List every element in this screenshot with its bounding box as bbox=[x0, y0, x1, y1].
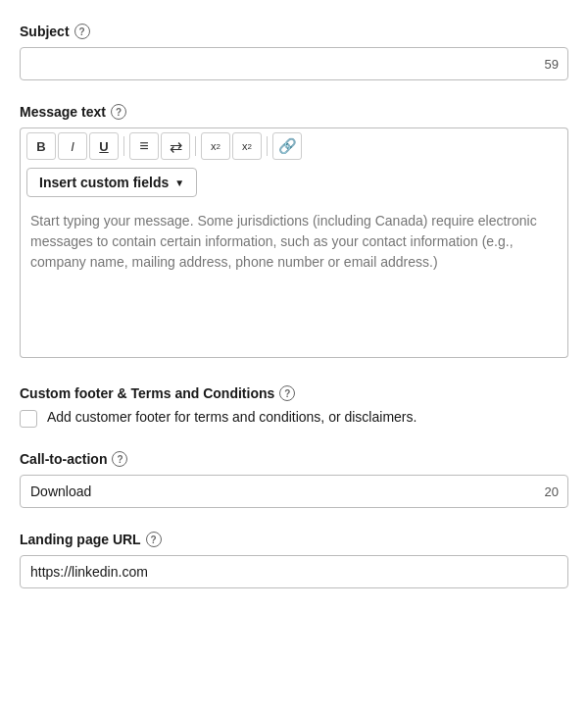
subject-input-wrapper: 59 bbox=[20, 47, 568, 80]
subject-label-text: Subject bbox=[20, 24, 70, 39]
call-to-action-label: Call-to-action ? bbox=[20, 451, 568, 467]
message-text-label: Message text ? bbox=[20, 104, 568, 120]
toolbar-divider-2 bbox=[195, 136, 196, 156]
landing-page-url-label: Landing page URL ? bbox=[20, 532, 568, 547]
landing-page-url-input-wrapper bbox=[20, 555, 568, 588]
message-text-help-icon[interactable]: ? bbox=[111, 104, 126, 120]
link-button[interactable]: 🔗 bbox=[272, 132, 302, 160]
message-text-field-group: Message text ? B I U ≡ ⇄ x2 x2 🔗 Insert … bbox=[20, 104, 568, 362]
subscript-button[interactable]: x2 bbox=[232, 132, 262, 160]
toolbar-divider-3 bbox=[267, 136, 268, 156]
custom-footer-checkbox-row: Add customer footer for terms and condit… bbox=[20, 409, 568, 428]
subject-label: Subject ? bbox=[20, 24, 568, 39]
subject-help-icon[interactable]: ? bbox=[74, 24, 90, 39]
custom-footer-checkbox[interactable] bbox=[20, 410, 37, 428]
message-text-label-text: Message text bbox=[20, 104, 106, 120]
landing-page-url-label-text: Landing page URL bbox=[20, 532, 141, 547]
message-text-input[interactable] bbox=[20, 201, 568, 358]
call-to-action-input-wrapper: 20 bbox=[20, 475, 568, 508]
ordered-list-button[interactable]: ⇄ bbox=[161, 132, 190, 160]
custom-footer-field-group: Custom footer & Terms and Conditions ? A… bbox=[20, 385, 568, 428]
underline-button[interactable]: U bbox=[89, 132, 119, 160]
message-toolbar: B I U ≡ ⇄ x2 x2 🔗 bbox=[20, 127, 568, 164]
custom-footer-label: Custom footer & Terms and Conditions ? bbox=[20, 385, 568, 401]
unordered-list-button[interactable]: ≡ bbox=[129, 132, 159, 160]
custom-footer-checkbox-label: Add customer footer for terms and condit… bbox=[47, 409, 416, 425]
call-to-action-field-group: Call-to-action ? 20 bbox=[20, 451, 568, 508]
insert-custom-fields-label: Insert custom fields bbox=[39, 175, 169, 190]
landing-page-url-help-icon[interactable]: ? bbox=[146, 532, 162, 547]
custom-footer-help-icon[interactable]: ? bbox=[279, 385, 295, 401]
call-to-action-help-icon[interactable]: ? bbox=[112, 451, 127, 467]
dropdown-arrow-icon: ▼ bbox=[174, 178, 184, 188]
italic-button[interactable]: I bbox=[58, 132, 87, 160]
bold-button[interactable]: B bbox=[26, 132, 56, 160]
subject-input[interactable] bbox=[20, 47, 568, 80]
call-to-action-label-text: Call-to-action bbox=[20, 451, 107, 467]
call-to-action-input[interactable] bbox=[20, 475, 568, 508]
landing-page-url-input[interactable] bbox=[20, 555, 568, 588]
superscript-button[interactable]: x2 bbox=[201, 132, 230, 160]
insert-custom-fields-row: Insert custom fields ▼ bbox=[20, 164, 568, 201]
toolbar-divider-1 bbox=[123, 136, 124, 156]
subject-field-group: Subject ? 59 bbox=[20, 24, 568, 80]
custom-footer-label-text: Custom footer & Terms and Conditions bbox=[20, 385, 274, 401]
landing-page-url-field-group: Landing page URL ? bbox=[20, 532, 568, 588]
insert-custom-fields-button[interactable]: Insert custom fields ▼ bbox=[26, 168, 197, 197]
